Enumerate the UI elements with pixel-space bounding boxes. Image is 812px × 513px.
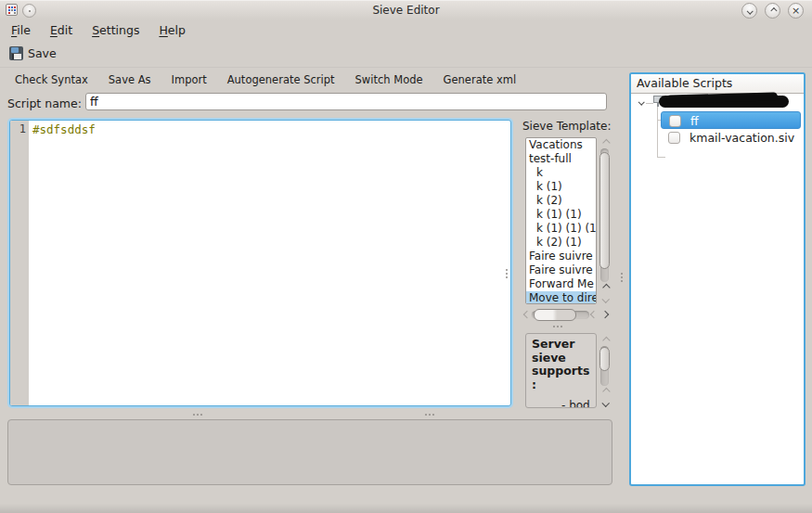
list-item[interactable]: k (1) (1) [526,208,596,222]
list-item[interactable]: k [526,166,596,180]
chevron-up-icon [602,139,610,147]
list-item[interactable]: Faire suivre [526,263,596,277]
scroll-up-button[interactable] [599,335,611,346]
chevron-down-icon [747,8,754,15]
list-item[interactable]: k (1) [526,180,596,194]
script-editor[interactable]: 1 #sdfsddsf [9,120,511,406]
expand-collapse-icon[interactable] [638,99,645,106]
list-item[interactable]: Vacations [526,138,596,152]
scroll-up-button[interactable] [599,386,611,397]
scrollbar-track[interactable] [532,311,589,319]
list-item[interactable]: Faire suivre [526,250,596,263]
script-name-input[interactable] [85,93,607,110]
server-tree-item[interactable] [631,94,804,111]
scrollbar-thumb[interactable] [534,309,576,321]
window-title: Sieve Editor [0,1,812,20]
scroll-down-button[interactable] [599,293,611,304]
sieve-editor-window: Sieve Editor × File Edit Settings Help S… [0,0,812,513]
menu-help[interactable]: Help [159,23,186,37]
main-toolbar: Save [0,40,812,66]
server-panel-scrollbar[interactable] [599,335,611,408]
menu-file[interactable]: File [11,23,31,37]
chevron-up-icon [602,284,610,291]
splitter-handle[interactable] [553,325,562,328]
menu-edit[interactable]: Edit [50,23,72,37]
chevron-right-icon[interactable] [601,311,609,318]
save-as-button[interactable]: Save As [105,71,155,88]
editor-content[interactable]: #sdfsddsf [29,121,510,405]
scroll-up-button[interactable] [599,137,611,148]
chevron-up-icon [770,7,777,14]
list-item[interactable]: Forward Me [526,277,596,291]
maximize-button[interactable] [765,3,780,19]
splitter-handle[interactable] [193,413,202,417]
scroll-up-button[interactable] [599,282,611,293]
available-scripts-panel: Available Scripts ff kmail-vacation.siv [629,72,806,486]
chevron-left-icon[interactable] [523,311,531,318]
check-syntax-button[interactable]: Check Syntax [11,71,92,88]
sieve-template-list: Vacations test-full k k (1) k (2) k (1) … [525,137,597,304]
script-label: ff [690,112,699,130]
close-icon: × [792,6,800,16]
splitter-handle[interactable] [620,273,624,282]
generate-xml-button[interactable]: Generate xml [440,71,521,88]
save-icon [9,46,23,60]
scripts-tree: ff kmail-vacation.siv [631,94,804,484]
template-horizontal-scrollbar[interactable] [524,307,611,322]
minimize-button[interactable] [741,3,757,19]
menu-settings[interactable]: Settings [92,23,139,37]
redacted-server-name [659,96,789,108]
template-vertical-scrollbar[interactable] [599,137,611,304]
titlebar: Sieve Editor × [0,0,812,19]
splitter-handle[interactable] [505,269,509,278]
script-tree-item[interactable]: kmail-vacation.siv [661,129,801,147]
debug-output-panel [7,419,612,485]
tree-branch-line [657,157,665,158]
chevron-up-icon [602,337,610,344]
chevron-left-icon[interactable] [590,311,598,318]
line-number-gutter: 1 [10,121,29,405]
window-bottom-edge [0,504,812,513]
list-item[interactable]: k (2) [526,194,596,208]
splitter-handle[interactable] [425,413,434,417]
scrollbar-thumb[interactable] [599,152,610,269]
list-item-selected[interactable]: Move to dire [526,291,596,304]
list-item[interactable]: k (1) (1) (1 [526,222,596,236]
list-item[interactable]: k (2) (1) [526,236,596,250]
chevron-down-icon [601,399,609,406]
scrollbar-thumb[interactable] [599,347,610,371]
script-name-label: Script name: [7,96,82,110]
script-name-row: Script name: [7,93,82,113]
script-checkbox[interactable] [669,115,681,127]
scrollbar-track[interactable] [600,148,609,282]
script-label: kmail-vacation.siv [690,129,794,147]
scroll-down-button[interactable] [599,397,611,408]
list-item[interactable]: test-full [526,152,596,166]
script-tree-item-selected[interactable]: ff [661,111,801,129]
chevron-up-icon [602,388,610,395]
import-button[interactable]: Import [168,71,211,88]
chevron-down-icon [601,295,609,302]
menubar: File Edit Settings Help [0,19,812,40]
close-button[interactable]: × [788,3,804,19]
save-button-label: Save [28,46,57,60]
scrollbar-track[interactable] [600,346,609,386]
server-supports-heading: Server sieve supports : [526,334,591,391]
autogenerate-script-button[interactable]: Autogenerate Script [224,71,339,88]
available-scripts-header: Available Scripts [631,74,804,94]
server-capabilities-panel: Server sieve supports : - bod [525,333,597,408]
save-button[interactable]: Save [9,46,57,60]
script-checkbox[interactable] [668,132,680,144]
switch-mode-button[interactable]: Switch Mode [352,71,427,88]
server-supports-item: - bod [561,399,590,408]
sieve-template-label: Sieve Template: [522,120,611,133]
